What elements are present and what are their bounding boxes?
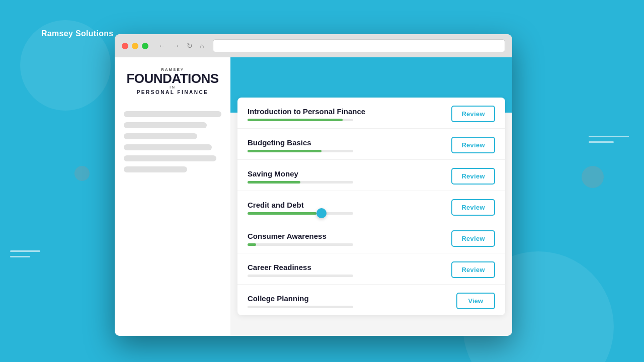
browser-content: RAMSEY FOUNDATIONS IN PERSONAL FINANCE [115,57,512,336]
course-item: College Planning View [237,285,505,315]
course-left: Introduction to Personal Finance [248,107,451,121]
skeleton-bar [124,144,212,150]
course-item: Introduction to Personal Finance Review [237,98,505,129]
progress-track [248,181,353,184]
logo-area: RAMSEY FOUNDATIONS IN PERSONAL FINANCE [124,67,221,95]
review-button-saving[interactable]: Review [451,168,495,185]
course-item: Credit and Debt Review [237,191,505,222]
course-left: Consumer Awareness [248,232,451,246]
course-left: Credit and Debt [248,201,451,215]
course-left: Budgeting Basics [248,138,451,152]
course-item: Consumer Awareness Review [237,222,505,253]
decorative-circle-left [74,166,90,181]
main-content: Introduction to Personal Finance Review … [230,57,512,336]
course-left: College Planning [248,294,456,308]
skeleton-bar [124,166,187,172]
maximize-button[interactable] [142,43,148,49]
address-bar[interactable] [213,39,505,52]
progress-fill [248,181,300,184]
decorative-lines-left [10,250,40,261]
decorative-lines-right [589,136,629,147]
progress-fill [248,212,316,215]
sidebar-skeleton [124,111,221,172]
course-item: Career Readiness Review [237,253,505,285]
review-button-credit[interactable]: Review [451,199,495,216]
skeleton-bar [124,111,221,117]
progress-fill [248,150,321,152]
browser-window: ← → ↻ ⌂ RAMSEY FOUNDATIONS IN PERSONAL F… [115,34,512,336]
course-title: Budgeting Basics [248,138,451,147]
back-button[interactable]: ← [156,41,168,51]
course-title: College Planning [248,294,456,303]
minimize-button[interactable] [132,43,138,49]
review-button-consumer[interactable]: Review [451,230,495,247]
progress-track [248,119,353,121]
progress-dot [316,208,327,218]
progress-track [248,243,353,246]
course-title: Saving Money [248,169,451,178]
review-button-intro[interactable]: Review [451,106,495,122]
nav-buttons: ← → ↻ ⌂ [156,41,206,51]
review-button-budgeting[interactable]: Review [451,137,495,153]
close-button[interactable] [122,43,128,49]
traffic-lights [122,43,148,49]
progress-fill [248,119,343,121]
progress-track [248,275,353,277]
progress-track [248,150,353,152]
home-button[interactable]: ⌂ [198,41,206,51]
skeleton-bar [124,122,207,128]
course-title: Consumer Awareness [248,232,451,240]
skeleton-bar [124,133,197,139]
sidebar: RAMSEY FOUNDATIONS IN PERSONAL FINANCE [115,57,230,336]
course-title: Introduction to Personal Finance [248,107,451,116]
decorative-circle-right [582,166,604,188]
logo-personal-finance: PERSONAL FINANCE [124,89,221,95]
course-title: Career Readiness [248,263,451,272]
progress-track [248,212,353,215]
courses-list: Introduction to Personal Finance Review … [237,98,505,315]
course-left: Career Readiness [248,263,451,277]
course-left: Saving Money [248,169,451,184]
course-title: Credit and Debt [248,201,451,209]
review-button-career[interactable]: Review [451,261,495,278]
skeleton-bar [124,155,216,161]
forward-button[interactable]: → [171,41,182,51]
logo-foundations: FOUNDATIONS [124,72,221,85]
reload-button[interactable]: ↻ [185,41,195,51]
progress-fill [248,243,256,246]
progress-track [248,306,353,308]
app-label: Ramsey Solutions [41,29,114,38]
course-item: Saving Money Review [237,160,505,191]
course-item: Budgeting Basics Review [237,129,505,160]
view-button-college[interactable]: View [456,293,495,309]
browser-chrome: ← → ↻ ⌂ [115,34,512,57]
